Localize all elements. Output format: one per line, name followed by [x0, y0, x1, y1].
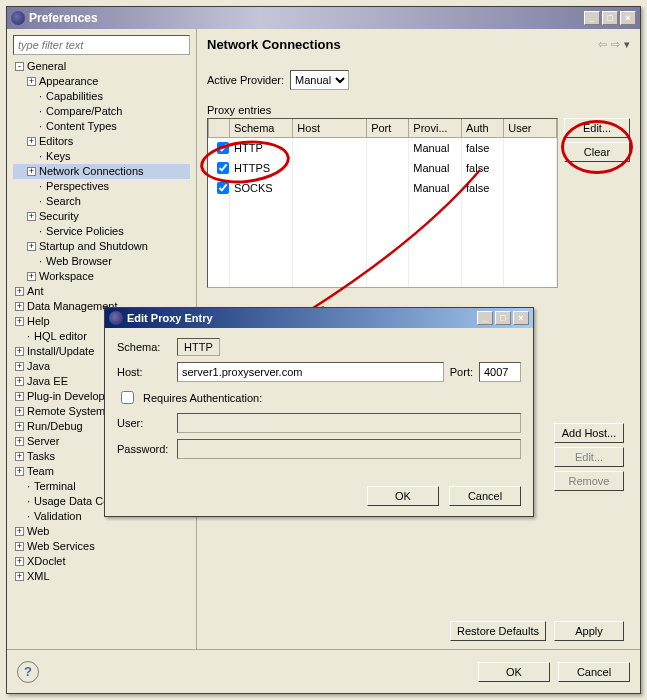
expand-icon[interactable]: +: [15, 392, 24, 401]
minimize-button[interactable]: _: [584, 11, 600, 25]
tree-item-label: Compare/Patch: [39, 104, 123, 119]
expand-icon[interactable]: +: [27, 137, 36, 146]
tree-item-web-browser[interactable]: Web Browser: [13, 254, 190, 269]
eclipse-icon: [109, 311, 123, 325]
tree-item-service-policies[interactable]: Service Policies: [13, 224, 190, 239]
tree-item-search[interactable]: Search: [13, 194, 190, 209]
tree-item-label: Network Connections: [39, 164, 144, 179]
clear-button[interactable]: Clear: [564, 142, 630, 162]
expand-icon[interactable]: +: [15, 452, 24, 461]
tree-item-capabilities[interactable]: Capabilities: [13, 89, 190, 104]
tree-item-workspace[interactable]: +Workspace: [13, 269, 190, 284]
tree-item-label: Appearance: [39, 74, 98, 89]
tree-item-appearance[interactable]: +Appearance: [13, 74, 190, 89]
tree-item-security[interactable]: +Security: [13, 209, 190, 224]
tree-item-content-types[interactable]: Content Types: [13, 119, 190, 134]
page-title: Network Connections: [207, 37, 341, 52]
expand-icon[interactable]: +: [15, 542, 24, 551]
edit-button[interactable]: Edit...: [564, 118, 630, 138]
expand-icon[interactable]: +: [15, 422, 24, 431]
column-header[interactable]: Provi...: [409, 119, 462, 137]
close-button[interactable]: ×: [620, 11, 636, 25]
tree-item-label: Service Policies: [39, 224, 124, 239]
requires-auth-label: Requires Authentication:: [143, 392, 262, 404]
expand-icon[interactable]: +: [27, 167, 36, 176]
column-header[interactable]: Host: [293, 119, 367, 137]
row-checkbox[interactable]: [217, 142, 229, 154]
requires-auth-checkbox[interactable]: [121, 391, 134, 404]
dialog-titlebar[interactable]: Edit Proxy Entry _ □ ×: [105, 308, 533, 328]
expand-icon[interactable]: +: [27, 77, 36, 86]
expand-icon[interactable]: +: [15, 557, 24, 566]
expand-icon[interactable]: +: [15, 467, 24, 476]
tree-item-label: Install/Update: [27, 344, 94, 359]
tree-item-compare-patch[interactable]: Compare/Patch: [13, 104, 190, 119]
tree-item-startup-and-shutdown[interactable]: +Startup and Shutdown: [13, 239, 190, 254]
password-label: Password:: [117, 443, 171, 455]
dialog-maximize-button[interactable]: □: [495, 311, 511, 325]
expand-icon[interactable]: +: [15, 377, 24, 386]
maximize-button[interactable]: □: [602, 11, 618, 25]
expand-icon[interactable]: +: [27, 272, 36, 281]
collapse-icon[interactable]: -: [15, 62, 24, 71]
view-menu-icon[interactable]: ▾: [624, 38, 630, 51]
proxy-entries-table[interactable]: SchemaHostPortProvi...AuthUser HTTPManua…: [207, 118, 558, 288]
column-header[interactable]: User: [504, 119, 557, 137]
edit-host-button[interactable]: Edit...: [554, 447, 624, 467]
cancel-button[interactable]: Cancel: [558, 662, 630, 682]
expand-icon[interactable]: +: [15, 407, 24, 416]
dialog-minimize-button[interactable]: _: [477, 311, 493, 325]
forward-arrow-icon[interactable]: ⇨: [611, 38, 620, 51]
expand-icon[interactable]: +: [15, 347, 24, 356]
help-icon[interactable]: ?: [17, 661, 39, 683]
tree-item-label: Ant: [27, 284, 44, 299]
tree-item-web[interactable]: +Web: [13, 524, 190, 539]
apply-button[interactable]: Apply: [554, 621, 624, 641]
expand-icon[interactable]: +: [27, 242, 36, 251]
port-input[interactable]: [479, 362, 521, 382]
active-provider-select[interactable]: Manual: [290, 70, 349, 90]
tree-item-label: Perspectives: [39, 179, 109, 194]
expand-icon[interactable]: +: [15, 362, 24, 371]
dialog-close-button[interactable]: ×: [513, 311, 529, 325]
restore-defaults-button[interactable]: Restore Defaults: [450, 621, 546, 641]
tree-item-label: Validation: [27, 509, 82, 524]
column-header[interactable]: Schema: [230, 119, 293, 137]
tree-item-general[interactable]: -General: [13, 59, 190, 74]
remove-host-button[interactable]: Remove: [554, 471, 624, 491]
tree-item-network-connections[interactable]: +Network Connections: [13, 164, 190, 179]
preferences-titlebar[interactable]: Preferences _ □ ×: [7, 7, 640, 29]
row-checkbox[interactable]: [217, 182, 229, 194]
add-host-button[interactable]: Add Host...: [554, 423, 624, 443]
tree-item-xml[interactable]: +XML: [13, 569, 190, 584]
column-header[interactable]: [209, 119, 230, 137]
tree-item-label: General: [27, 59, 66, 74]
table-row[interactable]: HTTPSManualfalse: [209, 158, 557, 178]
back-arrow-icon[interactable]: ⇦: [598, 38, 607, 51]
schema-value: HTTP: [177, 338, 220, 356]
dialog-cancel-button[interactable]: Cancel: [449, 486, 521, 506]
expand-icon[interactable]: +: [15, 437, 24, 446]
expand-icon[interactable]: +: [15, 527, 24, 536]
column-header[interactable]: Port: [367, 119, 409, 137]
expand-icon[interactable]: +: [15, 317, 24, 326]
ok-button[interactable]: OK: [478, 662, 550, 682]
tree-item-perspectives[interactable]: Perspectives: [13, 179, 190, 194]
dialog-ok-button[interactable]: OK: [367, 486, 439, 506]
tree-item-ant[interactable]: +Ant: [13, 284, 190, 299]
table-row[interactable]: HTTPManualfalse: [209, 137, 557, 158]
tree-item-keys[interactable]: Keys: [13, 149, 190, 164]
active-provider-label: Active Provider:: [207, 74, 284, 86]
row-checkbox[interactable]: [217, 162, 229, 174]
tree-item-web-services[interactable]: +Web Services: [13, 539, 190, 554]
expand-icon[interactable]: +: [27, 212, 36, 221]
column-header[interactable]: Auth: [462, 119, 504, 137]
tree-item-editors[interactable]: +Editors: [13, 134, 190, 149]
expand-icon[interactable]: +: [15, 287, 24, 296]
expand-icon[interactable]: +: [15, 302, 24, 311]
expand-icon[interactable]: +: [15, 572, 24, 581]
host-input[interactable]: [177, 362, 444, 382]
tree-item-xdoclet[interactable]: +XDoclet: [13, 554, 190, 569]
table-row[interactable]: SOCKSManualfalse: [209, 178, 557, 198]
filter-input[interactable]: [13, 35, 190, 55]
